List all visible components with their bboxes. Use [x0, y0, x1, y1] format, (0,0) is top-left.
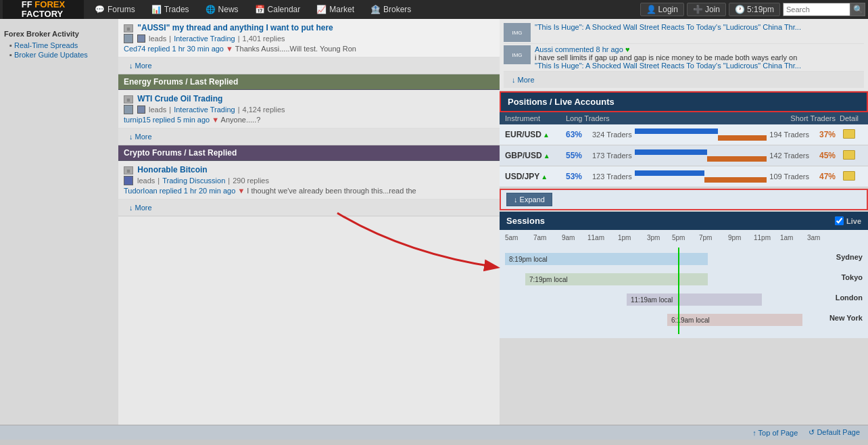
nav-right: 👤 Login ➕ Join 🕐 5:19pm 🔍 [640, 3, 865, 16]
sessions-panel: Sessions Live 5am 7am 9am 11am 1pm 3pm 5… [500, 212, 868, 338]
positions-header: Positions / Live Accounts [500, 91, 868, 112]
eurusd-short-traders: 194 Traders [769, 131, 809, 139]
news-item-2: IMG Aussi commented 8 hr ago ♥ i have se… [504, 44, 864, 72]
london-label: London [781, 294, 863, 302]
gbpusd-short-bar [707, 156, 767, 162]
energy-section-header: Energy Forums / Last Replied [118, 74, 500, 90]
gbpusd-detail[interactable] [836, 150, 863, 162]
gbpusd-row: GBP/USD ▲ 55% 173 Traders 142 Traders [500, 145, 868, 166]
col-short-traders: Short Traders [734, 114, 836, 122]
crypto-section-header: Crypto Forums / Last Replied [118, 145, 500, 161]
aussi-forum-link[interactable]: Interactive Trading [174, 34, 235, 43]
thread-icon-btc: ≡ [124, 166, 133, 174]
login-button[interactable]: 👤 Login [640, 3, 684, 16]
top-of-page-link[interactable]: ↑ Top of Page [752, 428, 798, 437]
nav-brokers[interactable]: 🏦 Brokers [362, 0, 419, 19]
wti-replied-by[interactable]: turnip15 replied 5 min ago [124, 116, 210, 124]
timeline-labels-row: 5am 7am 9am 11am 1pm 3pm 5pm 7pm 9pm 11p… [500, 234, 868, 245]
tokyo-label: Tokyo [781, 273, 863, 281]
broker-activity-title: Forex Broker Activity [4, 24, 114, 38]
nav-forums[interactable]: 💬 Forums [87, 0, 143, 19]
usdjpy-long-pct: 53% [566, 172, 589, 181]
wti-avatar [124, 105, 133, 114]
eurusd-long-pct: 63% [566, 130, 589, 139]
eurusd-long-traders: 324 Traders [592, 131, 632, 139]
right-sidebar: IMG "This Is Huge": A Shocked Wall Stree… [500, 19, 868, 425]
newyork-label: New York [795, 314, 863, 322]
usdjpy-folder-icon[interactable] [843, 171, 855, 181]
news-icon-1: IMG [504, 23, 531, 42]
sydney-bar: 8:19pm local [505, 253, 708, 265]
aussi-replied-by[interactable]: Ced74 replied 1 hr 30 min ago [124, 45, 224, 53]
eurusd-short-bar [718, 135, 767, 141]
eurusd-row: EUR/USD ▲ 63% 324 Traders 194 Traders [500, 124, 868, 145]
nav-trades[interactable]: 📊 Trades [143, 0, 197, 19]
bitcoin-thread-title[interactable]: Honorable Bitcoin [137, 165, 207, 174]
default-page-link[interactable]: ↺ Default Page [809, 428, 860, 437]
nav-calendar[interactable]: 📅 Calendar [247, 0, 309, 19]
news-link-1[interactable]: "This Is Huge": A Shocked Wall Street Re… [535, 23, 801, 31]
btc-avatar [124, 176, 133, 185]
label-5pm: 5pm [672, 234, 685, 241]
sydney-label: Sydney [781, 253, 863, 261]
label-7pm: 7pm [699, 234, 712, 241]
usdjpy-long-bar [635, 170, 705, 176]
nav-market[interactable]: 📈 Market [308, 0, 362, 19]
join-button[interactable]: ➕ Join [687, 3, 726, 16]
sidebar-real-time-spreads[interactable]: Real-Time Spreads [4, 41, 114, 50]
thread-icon: ≡ [124, 24, 133, 32]
search-box: 🔍 [783, 3, 865, 16]
news-link-2[interactable]: "This Is Huge": A Shocked Wall Street Re… [535, 62, 801, 70]
expand-row: ↓ Expand [500, 189, 868, 210]
news-item-1: IMG "This Is Huge": A Shocked Wall Stree… [504, 22, 864, 44]
aussi-thread-meta: leads | Interactive Trading | 1,401 repl… [124, 34, 494, 43]
live-checkbox[interactable]: Live [835, 216, 861, 225]
col-detail: Detail [836, 114, 863, 122]
bottom-bar: ↑ Top of Page ↺ Default Page [0, 425, 868, 440]
news-comment-text: i have sell limits if gap up and gap is … [535, 53, 801, 62]
search-button[interactable]: 🔍 [850, 3, 865, 16]
label-5am: 5am [505, 234, 518, 241]
aussi-comment-link[interactable]: Aussi commented 8 hr ago [535, 45, 623, 53]
energy-section: Energy Forums / Last Replied ≡ WTI Crude… [118, 74, 500, 145]
avatar-small [137, 34, 145, 43]
usdjpy-short-bar [704, 177, 767, 183]
energy-more-row: ↓ More [118, 128, 500, 145]
usdjpy-detail[interactable] [836, 171, 863, 183]
btc-forum-link[interactable]: Trading Discussion [162, 177, 225, 185]
eurusd-detail[interactable] [836, 129, 863, 141]
energy-more-btn[interactable]: ↓ More [124, 130, 158, 143]
crypto-more-btn[interactable]: ↓ More [124, 201, 158, 214]
gbpusd-arrow: ▲ [544, 152, 550, 160]
nav-news[interactable]: 🌐 News [197, 0, 247, 19]
news-icon-2: IMG [504, 45, 531, 64]
eurusd-folder-icon[interactable] [843, 129, 855, 139]
aussi-more-btn[interactable]: ↓ More [124, 59, 158, 72]
crypto-section: Crypto Forums / Last Replied ≡ Honorable… [118, 145, 500, 216]
btc-replied-by[interactable]: TudorIoan replied 1 hr 20 min ago [124, 187, 235, 195]
wti-avatar-small [137, 106, 145, 114]
aussi-thread-title[interactable]: "AUSSI" my thread and anything I want to… [137, 23, 333, 32]
expand-button[interactable]: ↓ Expand [506, 193, 552, 206]
live-toggle[interactable] [835, 216, 844, 225]
wti-thread-title[interactable]: WTI Crude Oil Trading [137, 94, 222, 103]
usdjpy-name: USD/JPY ▲ [505, 172, 566, 181]
sidebar-broker-guide[interactable]: Broker Guide Updates [4, 50, 114, 60]
eurusd-arrow: ▲ [543, 131, 550, 139]
sessions-rows: Sydney 8:19pm local Tokyo 7:19pm local [500, 248, 868, 334]
bitcoin-thread-item: ≡ Honorable Bitcoin leads | Trading Disc… [118, 161, 500, 200]
top-navigation: FF FOREX FACTORY 💬 Forums 📊 Trades 🌐 New… [0, 0, 868, 19]
gbpusd-folder-icon[interactable] [843, 150, 855, 160]
news-more-btn[interactable]: ↓ More [506, 73, 540, 87]
gbpusd-short-pct: 45% [812, 151, 836, 160]
wti-forum-link[interactable]: Interactive Trading [174, 106, 235, 114]
logo[interactable]: FF FOREX FACTORY [3, 0, 84, 19]
label-1am: 1am [780, 234, 793, 241]
news-more-row: ↓ More [504, 72, 864, 88]
positions-title: Positions / Live Accounts [508, 97, 614, 107]
label-7am: 7am [533, 234, 546, 241]
newyork-row: New York 6:19am local [505, 311, 863, 329]
label-1pm: 1pm [618, 234, 631, 241]
newyork-bar: 6:19am local [667, 314, 802, 326]
search-input[interactable] [783, 3, 850, 16]
